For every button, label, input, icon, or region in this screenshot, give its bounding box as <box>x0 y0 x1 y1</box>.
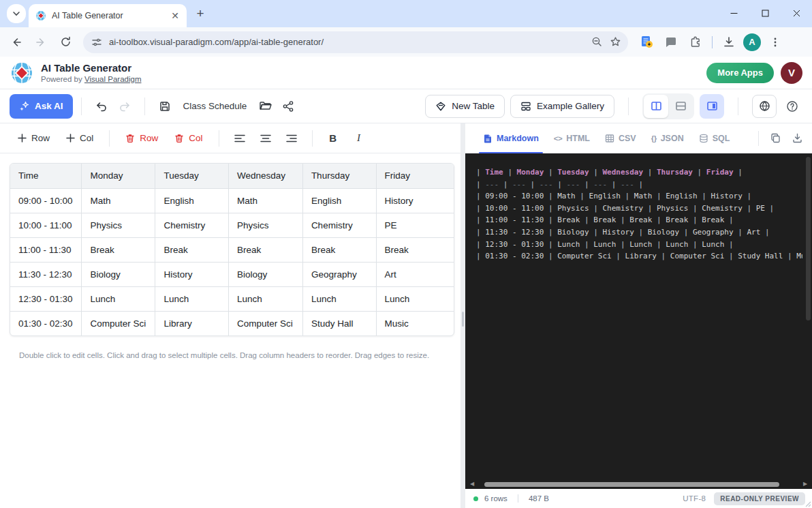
table-cell[interactable]: Chemistry <box>155 213 229 237</box>
table-cell[interactable]: 10:00 - 11:00 <box>10 213 82 237</box>
delete-col-button[interactable]: Col <box>168 128 209 149</box>
table-cell[interactable]: Lunch <box>302 286 376 311</box>
resize-grip[interactable] <box>805 501 811 507</box>
downloads-icon[interactable] <box>719 32 739 53</box>
visual-paradigm-link[interactable]: Visual Paradigm <box>84 75 142 83</box>
table-cell[interactable]: Break <box>376 237 454 262</box>
more-apps-button[interactable]: More Apps <box>706 63 774 83</box>
tab-json[interactable]: {} JSON <box>644 123 691 153</box>
new-table-button[interactable]: New Table <box>425 95 505 118</box>
table-cell[interactable]: History <box>155 262 229 286</box>
table-cell[interactable]: Math <box>228 188 302 213</box>
table-cell[interactable]: Chemistry <box>302 213 376 237</box>
table-cell[interactable]: English <box>302 188 376 213</box>
ask-ai-button[interactable]: Ask AI <box>10 94 73 119</box>
undo-button[interactable] <box>90 95 113 118</box>
table-cell[interactable]: Lunch <box>228 286 302 311</box>
user-avatar[interactable]: V <box>781 62 802 84</box>
table-cell[interactable]: 11:30 - 12:30 <box>10 262 82 286</box>
delete-row-button[interactable]: Row <box>119 128 165 149</box>
vertical-split-toggle[interactable] <box>644 95 668 118</box>
table-cell[interactable]: Break <box>82 237 155 262</box>
table-cell[interactable]: Physics <box>228 213 302 237</box>
table-cell[interactable]: Biology <box>82 262 155 286</box>
column-header[interactable]: Monday <box>82 164 155 188</box>
schedule-table[interactable]: TimeMondayTuesdayWednesdayThursdayFriday… <box>10 164 454 335</box>
table-cell[interactable]: Biology <box>228 262 302 286</box>
minimize-button[interactable] <box>718 0 749 26</box>
share-button[interactable] <box>277 95 300 118</box>
table-cell[interactable]: PE <box>376 213 454 237</box>
column-header[interactable]: Time <box>10 164 82 188</box>
comment-icon[interactable] <box>661 32 681 53</box>
close-window-button[interactable] <box>781 0 812 26</box>
italic-button[interactable]: I <box>347 128 371 149</box>
table-cell[interactable]: 11:00 - 11:30 <box>10 237 82 262</box>
align-right-button[interactable] <box>280 128 303 149</box>
divider-handle[interactable] <box>462 312 464 327</box>
browser-profile-avatar[interactable]: A <box>743 33 761 51</box>
table-cell[interactable]: Study Hall <box>302 311 376 335</box>
scrollbar-thumb[interactable] <box>484 482 779 487</box>
align-left-button[interactable] <box>228 128 251 149</box>
table-cell[interactable]: Break <box>302 237 376 262</box>
language-button[interactable] <box>752 95 777 118</box>
tab-csv[interactable]: CSV <box>598 123 643 153</box>
reload-button[interactable] <box>54 31 76 53</box>
panel-resize-divider[interactable] <box>460 123 465 508</box>
browser-menu-icon[interactable] <box>765 32 785 53</box>
horizontal-split-toggle[interactable] <box>668 95 693 118</box>
column-header[interactable]: Tuesday <box>155 164 229 188</box>
url-bar[interactable]: ai-toolbox.visual-paradigm.com/app/ai-ta… <box>83 31 628 53</box>
tab-close-icon[interactable]: ✕ <box>169 10 181 22</box>
browser-tab[interactable]: AI Table Generator ✕ <box>29 4 187 27</box>
table-cell[interactable]: English <box>155 188 229 213</box>
bold-button[interactable]: B <box>322 128 345 149</box>
table-cell[interactable]: 01:30 - 02:30 <box>10 311 82 335</box>
table-cell[interactable]: Lunch <box>82 286 155 311</box>
preview-panel-toggle[interactable] <box>700 94 724 119</box>
editor-vertical-scrollbar[interactable] <box>806 157 811 320</box>
docs-offline-icon[interactable] <box>636 32 657 53</box>
table-cell[interactable]: Lunch <box>376 286 454 311</box>
bookmark-star-icon[interactable] <box>610 36 621 48</box>
markdown-editor[interactable]: | Time | Monday | Tuesday | Wednesday | … <box>465 153 812 479</box>
extensions-icon[interactable] <box>685 32 706 53</box>
zoom-out-icon[interactable] <box>591 36 603 48</box>
table-cell[interactable]: Music <box>376 311 454 335</box>
download-preview-button[interactable] <box>786 128 808 149</box>
column-header[interactable]: Thursday <box>302 164 376 188</box>
tab-sql[interactable]: SQL <box>692 123 737 153</box>
editor-horizontal-scrollbar[interactable]: ◀ ▶ <box>465 479 812 489</box>
scrollbar-track[interactable] <box>478 482 800 487</box>
table-cell[interactable]: Geography <box>302 262 376 286</box>
maximize-button[interactable] <box>749 0 781 26</box>
table-cell[interactable]: Computer Sci <box>82 311 155 335</box>
add-row-button[interactable]: Row <box>11 128 57 149</box>
new-tab-button[interactable]: + <box>191 4 210 23</box>
back-button[interactable] <box>5 31 27 53</box>
add-col-button[interactable]: Col <box>59 128 100 149</box>
file-name[interactable]: Class Schedule <box>183 101 247 111</box>
table-cell[interactable]: Break <box>228 237 302 262</box>
table-cell[interactable]: 12:30 - 01:30 <box>10 286 82 311</box>
copy-button[interactable] <box>764 128 786 149</box>
table-cell[interactable]: Library <box>155 311 229 335</box>
table-cell[interactable]: Physics <box>82 213 155 237</box>
table-cell[interactable]: History <box>376 188 454 213</box>
column-header[interactable]: Wednesday <box>228 164 302 188</box>
url-text[interactable]: ai-toolbox.visual-paradigm.com/app/ai-ta… <box>109 37 584 47</box>
column-header[interactable]: Friday <box>376 164 454 188</box>
forward-button[interactable] <box>30 31 52 53</box>
table-cell[interactable]: Math <box>82 188 155 213</box>
redo-button[interactable] <box>113 95 136 118</box>
tab-html[interactable]: <> HTML <box>547 123 597 153</box>
table-cell[interactable]: 09:00 - 10:00 <box>10 188 82 213</box>
tab-search-button[interactable] <box>7 4 26 23</box>
open-file-button[interactable] <box>253 95 277 118</box>
table-cell[interactable]: Break <box>155 237 229 262</box>
help-button[interactable] <box>782 96 802 117</box>
scroll-left-arrow[interactable]: ◀ <box>468 481 476 487</box>
scroll-right-arrow[interactable]: ▶ <box>801 481 809 487</box>
table-cell[interactable]: Lunch <box>155 286 229 311</box>
